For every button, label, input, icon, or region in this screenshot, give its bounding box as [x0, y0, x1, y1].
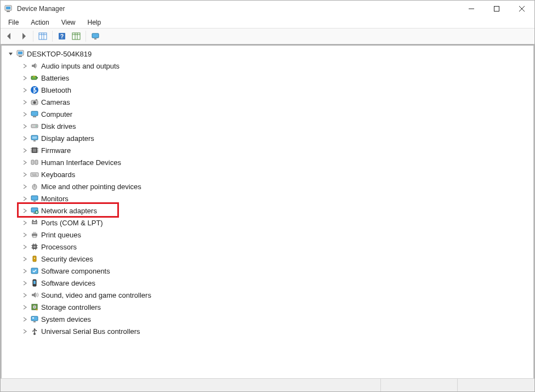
help-button[interactable]: ?: [55, 30, 69, 43]
tree-item-label: Universal Serial Bus controllers: [41, 327, 140, 336]
tree-item[interactable]: Security devices: [4, 253, 533, 265]
tree-item[interactable]: Software devices: [4, 277, 533, 289]
hid-icon: [30, 158, 39, 167]
chevron-right-icon[interactable]: [21, 123, 28, 129]
chevron-right-icon[interactable]: [21, 219, 28, 226]
security-icon: [30, 254, 39, 263]
tree-item[interactable]: Display adapters: [4, 132, 533, 144]
chevron-right-icon[interactable]: [21, 255, 28, 262]
tree-item-label: Processors: [41, 243, 77, 251]
tree-item[interactable]: Computer: [4, 108, 533, 120]
tree-item[interactable]: Ports (COM & LPT): [4, 217, 533, 229]
port-icon: [30, 218, 39, 227]
tree-item[interactable]: System devices: [4, 313, 533, 325]
chevron-right-icon[interactable]: [21, 195, 28, 202]
camera-icon: [30, 98, 39, 106]
chevron-right-icon[interactable]: [21, 111, 28, 117]
menu-view[interactable]: View: [56, 18, 81, 27]
titlebar: Device Manager: [1, 1, 534, 17]
minimize-button[interactable]: [459, 1, 484, 17]
svg-rect-60: [36, 220, 37, 221]
chevron-right-icon[interactable]: [21, 292, 28, 298]
network-icon: [30, 206, 39, 215]
tree-item[interactable]: Firmware: [4, 144, 533, 156]
tree-item[interactable]: Sound, video and game controllers: [4, 289, 533, 301]
chevron-right-icon[interactable]: [21, 328, 28, 334]
toolbar-separator: [52, 31, 53, 42]
chevron-right-icon[interactable]: [21, 171, 28, 178]
show-hidden-button[interactable]: [36, 30, 49, 43]
chevron-right-icon[interactable]: [21, 243, 28, 250]
svg-rect-49: [32, 175, 37, 175]
tree-item[interactable]: Print queues: [4, 229, 533, 241]
svg-rect-84: [32, 317, 34, 319]
svg-rect-20: [18, 52, 22, 54]
chevron-right-icon[interactable]: [21, 280, 28, 286]
tree-item[interactable]: Audio inputs and outputs: [4, 60, 533, 72]
chevron-down-icon[interactable]: [7, 50, 14, 57]
svg-rect-1: [6, 7, 10, 9]
usb-icon: [30, 327, 39, 336]
tree-item[interactable]: Monitors: [4, 192, 533, 204]
svg-rect-21: [19, 56, 22, 57]
svg-rect-59: [32, 220, 33, 221]
scan-button[interactable]: [70, 30, 83, 43]
svg-rect-36: [33, 149, 36, 152]
chevron-right-icon[interactable]: [21, 135, 28, 141]
tree-item[interactable]: Processors: [4, 241, 533, 253]
chevron-right-icon[interactable]: [21, 147, 28, 154]
storage-icon: [30, 303, 39, 311]
chevron-right-icon[interactable]: [21, 63, 28, 69]
system-icon: [30, 315, 39, 323]
tree-item[interactable]: Keyboards: [4, 168, 533, 180]
tree-item-label: System devices: [41, 315, 91, 323]
menu-file[interactable]: File: [3, 18, 24, 27]
svg-rect-30: [31, 124, 38, 128]
chevron-right-icon[interactable]: [21, 99, 28, 105]
monitor-node-icon: [30, 194, 39, 203]
svg-rect-43: [31, 160, 34, 164]
chevron-right-icon[interactable]: [21, 231, 28, 238]
tree-item[interactable]: Batteries: [4, 72, 533, 84]
tree-item[interactable]: Storage controllers: [4, 301, 533, 313]
chevron-right-icon[interactable]: [21, 207, 28, 214]
svg-rect-65: [33, 246, 36, 248]
device-tree[interactable]: DESKTOP-504K819 Audio inputs and outputs…: [1, 44, 534, 378]
tree-item[interactable]: Human Interface Devices: [4, 156, 533, 168]
software-device-icon: [30, 279, 39, 287]
battery-icon: [30, 73, 39, 82]
tree-item[interactable]: Universal Serial Bus controllers: [4, 325, 533, 337]
svg-rect-7: [39, 33, 47, 39]
remote-button[interactable]: [89, 30, 102, 43]
svg-rect-4: [494, 7, 499, 12]
forward-button[interactable]: [17, 30, 30, 43]
chevron-right-icon[interactable]: [21, 87, 28, 93]
chevron-right-icon[interactable]: [21, 316, 28, 322]
chevron-right-icon[interactable]: [21, 159, 28, 166]
tree-item[interactable]: Network adapters: [4, 204, 533, 217]
back-button[interactable]: [3, 30, 16, 43]
tree-item-label: Computer: [41, 110, 72, 118]
tree-root[interactable]: DESKTOP-504K819: [4, 48, 533, 60]
chevron-right-icon[interactable]: [21, 183, 28, 190]
chevron-right-icon[interactable]: [21, 268, 28, 274]
tree-item-label: Firmware: [41, 146, 71, 155]
chevron-right-icon[interactable]: [21, 75, 28, 81]
tree-item[interactable]: Bluetooth: [4, 84, 533, 96]
chevron-right-icon[interactable]: [21, 304, 28, 310]
svg-rect-52: [31, 196, 38, 200]
tree-item[interactable]: Mice and other pointing devices: [4, 180, 533, 192]
printer-icon: [30, 230, 39, 239]
svg-point-75: [34, 258, 35, 259]
menu-help[interactable]: Help: [82, 18, 107, 27]
keyboard-icon: [30, 170, 39, 179]
tree-item[interactable]: Cameras: [4, 96, 533, 108]
tree-item-label: Software devices: [41, 279, 95, 287]
maximize-button[interactable]: [484, 1, 509, 17]
statusbar: [1, 378, 534, 391]
tree-item[interactable]: Disk drives: [4, 120, 533, 132]
menu-action[interactable]: Action: [25, 18, 54, 27]
close-button[interactable]: [509, 1, 534, 17]
tree-item[interactable]: Software components: [4, 265, 533, 277]
computer-root-icon: [16, 49, 25, 58]
